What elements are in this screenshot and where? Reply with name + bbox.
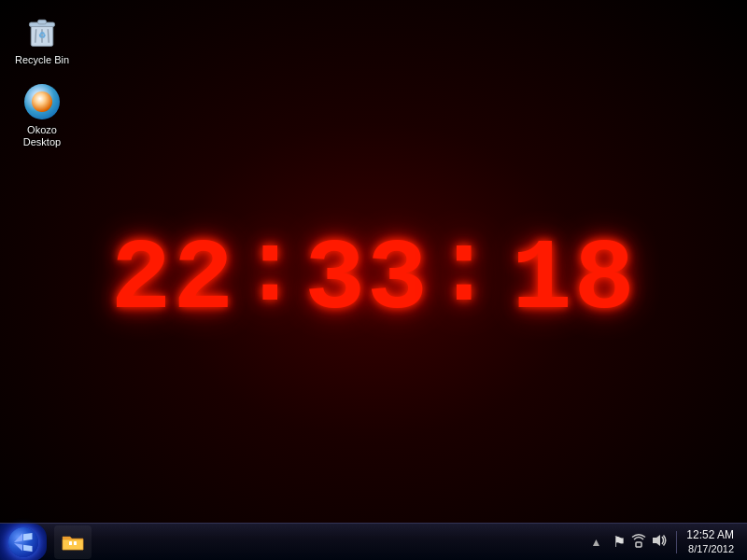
start-button[interactable] bbox=[0, 524, 47, 561]
svg-marker-10 bbox=[653, 535, 660, 546]
tray-time-display: 12:52 AM bbox=[686, 528, 734, 543]
clock-colon-1: : bbox=[239, 221, 301, 324]
recycle-bin-image: ♻ bbox=[23, 13, 61, 50]
tray-date-display: 8/17/2012 bbox=[688, 542, 734, 555]
taskbar-explorer-button[interactable] bbox=[54, 525, 92, 559]
clock-display: 22 : 33 : 18 bbox=[109, 229, 639, 331]
network-icon[interactable] bbox=[631, 533, 646, 551]
tray-clock[interactable]: 12:52 AM 8/17/2012 bbox=[681, 524, 740, 560]
recycle-bin-icon[interactable]: ♻ Recycle Bin bbox=[9, 9, 75, 70]
clock-colon-2: : bbox=[433, 221, 495, 324]
taskbar: ▲ ⚑ bbox=[0, 523, 747, 560]
volume-icon[interactable] bbox=[652, 533, 667, 551]
desktop-icons-area: ♻ Recycle Bin Okozo Desktop bbox=[9, 9, 75, 153]
windows-orb-icon bbox=[8, 527, 38, 557]
system-tray: ▲ ⚑ bbox=[581, 524, 747, 560]
okozo-desktop-label: Okozo Desktop bbox=[23, 124, 61, 148]
recycle-bin-label: Recycle Bin bbox=[15, 54, 69, 66]
taskbar-pinned-area bbox=[50, 525, 581, 559]
svg-rect-7 bbox=[69, 541, 72, 545]
action-center-flag-icon[interactable]: ⚑ bbox=[613, 533, 626, 551]
svg-text:♻: ♻ bbox=[38, 31, 46, 40]
tray-icons-area: ⚑ bbox=[607, 524, 672, 560]
okozo-desktop-icon[interactable]: Okozo Desktop bbox=[9, 79, 75, 152]
svg-rect-8 bbox=[74, 541, 77, 545]
desktop: ♻ Recycle Bin Okozo Desktop 22 : 33 : 18 bbox=[0, 0, 747, 560]
tray-expand-button[interactable]: ▲ bbox=[588, 536, 603, 549]
svg-line-5 bbox=[48, 29, 49, 42]
clock-seconds: 18 bbox=[512, 230, 637, 330]
clock-minutes: 33 bbox=[304, 230, 430, 330]
okozo-desktop-image bbox=[23, 83, 61, 120]
svg-line-3 bbox=[35, 29, 36, 42]
svg-rect-9 bbox=[636, 542, 641, 547]
clock-hour-tens: 22 bbox=[111, 230, 236, 330]
svg-rect-2 bbox=[37, 20, 46, 24]
tray-separator bbox=[676, 531, 677, 553]
